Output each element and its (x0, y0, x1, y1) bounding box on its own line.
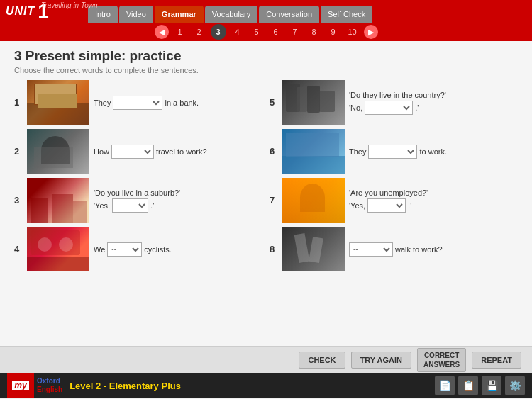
nav-tabs: Intro Video Grammar Vocabulary Conversat… (88, 0, 372, 23)
page-2[interactable]: 2 (192, 24, 207, 40)
footer-icons: 📄 📋 💾 ⚙️ (435, 376, 525, 395)
item-6-image (282, 129, 345, 174)
english-text: English (37, 386, 62, 394)
main-content: 3 Present simple: practice Choose the co… (0, 41, 532, 346)
item-5-image (282, 80, 345, 125)
page-9[interactable]: 9 (326, 24, 341, 40)
try-again-button[interactable]: TRY AGAIN (351, 352, 412, 369)
page-6[interactable]: 6 (268, 24, 284, 40)
tab-vocabulary[interactable]: Vocabulary (205, 6, 257, 23)
page-4[interactable]: 4 (230, 24, 245, 40)
exercise-item-2: 2 How --do youdoes hedo they travel to w… (14, 129, 262, 174)
item-1-image (27, 80, 89, 125)
header-bar: UNIT 1 Travelling in Town Intro Video Gr… (0, 0, 532, 23)
q5-dropdown[interactable]: --they dothey don'tdo they (365, 101, 413, 115)
exercise-grid: 1 They --workdon't workdo in a bank. 5 (14, 80, 518, 271)
q3-dropdown[interactable]: --I doI don't (112, 198, 148, 213)
footer: my Oxford English Level 2 - Elementary P… (0, 373, 532, 398)
save-icon[interactable]: 💾 (482, 376, 501, 395)
item-2-number: 2 (14, 146, 23, 157)
logo-area: my Oxford English (7, 373, 62, 398)
q4-dropdown[interactable]: --arearen'twere (107, 242, 142, 257)
item-1-number: 1 (14, 97, 23, 108)
document-icon[interactable]: 📄 (435, 376, 455, 395)
item-8-number: 8 (270, 244, 278, 254)
exercise-item-5: 5 'Do they live in the country?' 'No, --… (270, 80, 518, 125)
tab-video[interactable]: Video (119, 6, 153, 23)
prev-page-button[interactable]: ◀ (155, 25, 169, 39)
exercise-item-4: 4 We --arearen'twere cyclists. (14, 227, 262, 271)
exercise-item-3: 3 'Do you live in a suburb?' 'Yes, --I d… (14, 178, 262, 223)
repeat-button[interactable]: REPEAT (472, 352, 521, 369)
item-3-text: 'Do you live in a suburb?' 'Yes, --I doI… (94, 189, 180, 213)
copy-icon[interactable]: 📋 (458, 376, 478, 395)
unit-label: UNIT (6, 5, 35, 18)
item-7-image (282, 178, 345, 223)
tab-grammar[interactable]: Grammar (155, 6, 204, 23)
page-5[interactable]: 5 (249, 24, 265, 40)
check-button[interactable]: CHECK (299, 352, 345, 369)
q7-dropdown[interactable]: --I amI'm not (367, 198, 406, 213)
next-page-button[interactable]: ▶ (364, 25, 378, 39)
page-1[interactable]: 1 (172, 24, 188, 40)
header: UNIT 1 Travelling in Town Intro Video Gr… (0, 0, 532, 41)
settings-icon[interactable]: ⚙️ (505, 376, 525, 395)
item-1-text: They --workdon't workdo in a bank. (94, 96, 199, 110)
item-4-number: 4 (14, 244, 23, 254)
q6-dropdown[interactable]: --walkdon't walkdrive (368, 145, 417, 159)
item-6-number: 6 (270, 146, 278, 157)
oxford-text: Oxford (37, 377, 62, 386)
exercise-item-8: 8 --Do youDoes heDid you walk to work? (270, 227, 518, 271)
item-6-text: They --walkdon't walkdrive to work. (349, 145, 447, 159)
item-8-image (282, 227, 345, 271)
exercise-item-6: 6 They --walkdon't walkdrive to work. (270, 129, 518, 174)
pagination-bar: ◀ 1 2 3 4 5 6 7 8 9 10 ▶ (0, 23, 532, 41)
item-5-number: 5 (270, 97, 278, 108)
oxford-english-logo: Oxford English (37, 377, 62, 394)
item-2-image (27, 129, 89, 174)
item-4-image (27, 227, 89, 271)
q2-dropdown[interactable]: --do youdoes hedo they (111, 145, 154, 159)
item-7-text: 'Are you unemployed?' 'Yes, --I amI'm no… (349, 189, 428, 213)
page-8[interactable]: 8 (306, 24, 322, 40)
unit-title: Travelling in Town (41, 1, 97, 9)
item-8-text: --Do youDoes heDid you walk to work? (349, 242, 443, 257)
q1-dropdown[interactable]: --workdon't workdo (113, 96, 162, 110)
tab-self-check[interactable]: Self Check (321, 6, 372, 23)
page-3[interactable]: 3 (211, 24, 226, 40)
item-5-text: 'Do they live in the country?' 'No, --th… (349, 91, 446, 115)
page-7[interactable]: 7 (287, 24, 303, 40)
subtitle: Choose the correct words to complete the… (14, 66, 518, 74)
item-4-text: We --arearen'twere cyclists. (94, 242, 172, 257)
exercise-item-1: 1 They --workdon't workdo in a bank. (14, 80, 262, 125)
item-3-number: 3 (14, 195, 23, 206)
level-text: Level 2 - Elementary Plus (70, 381, 435, 391)
exercise-item-7: 7 'Are you unemployed?' 'Yes, --I amI'm … (270, 178, 518, 223)
item-2-text: How --do youdoes hedo they travel to wor… (94, 145, 207, 159)
action-bar: CHECK TRY AGAIN CORRECT ANSWERS REPEAT (0, 346, 532, 373)
correct-answers-button[interactable]: CORRECT ANSWERS (417, 348, 466, 372)
page-10[interactable]: 10 (345, 24, 360, 40)
tab-conversation[interactable]: Conversation (259, 6, 319, 23)
page-title: 3 Present simple: practice (14, 48, 518, 64)
q8-dropdown[interactable]: --Do youDoes heDid you (349, 242, 393, 257)
logo-my: my (14, 381, 26, 390)
item-7-number: 7 (270, 195, 278, 206)
logo-box: my (7, 373, 34, 398)
item-3-image (27, 178, 89, 223)
